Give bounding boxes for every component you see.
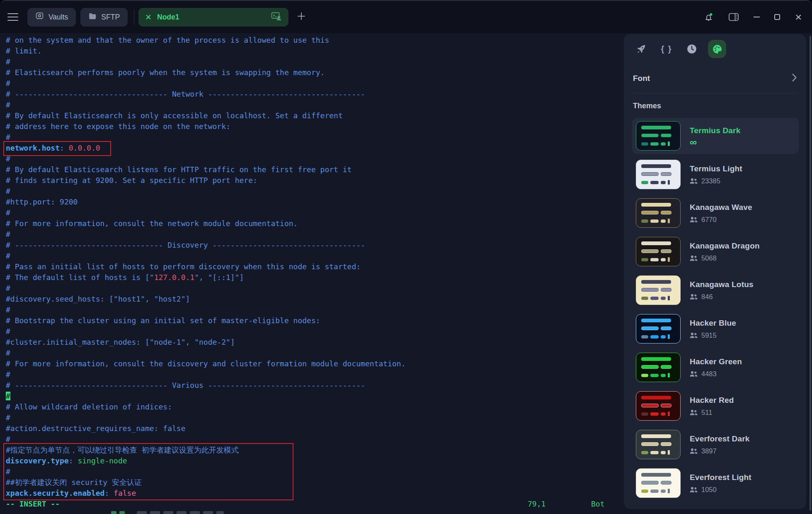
maximize-button[interactable] xyxy=(774,14,780,20)
window-controls: ✕ xyxy=(703,12,802,22)
theme-list-item[interactable]: Hacker Green 4483 xyxy=(632,349,799,385)
theme-name: Kanagawa Lotus xyxy=(690,280,754,289)
theme-thumbnail xyxy=(636,160,681,189)
sftp-label: SFTP xyxy=(101,13,120,22)
theme-users: 1050 xyxy=(690,486,751,494)
close-window-button[interactable]: ✕ xyxy=(795,13,802,22)
tab-node1[interactable]: ✕ Node1 xyxy=(138,8,288,27)
clipped-bottom-row xyxy=(0,510,812,514)
chevron-right-icon xyxy=(792,73,797,84)
theme-thumbnail xyxy=(636,314,681,343)
annotation-box-single-node xyxy=(3,443,293,500)
theme-name: Termius Dark xyxy=(690,126,740,135)
minimize-button[interactable] xyxy=(754,17,760,17)
snippets-rocket-icon[interactable] xyxy=(632,40,650,58)
theme-thumbnail xyxy=(636,353,681,382)
theme-name: Hacker Red xyxy=(690,396,734,405)
theme-users: 511 xyxy=(690,409,734,417)
theme-users: 846 xyxy=(690,293,754,301)
tab-label: Node1 xyxy=(157,13,266,22)
theme-list-item[interactable]: Kanagawa Dragon 5068 xyxy=(632,234,799,270)
new-tab-button[interactable] xyxy=(296,11,307,23)
history-clock-icon[interactable] xyxy=(683,40,701,58)
theme-users: 5915 xyxy=(690,331,736,339)
vault-icon xyxy=(35,12,44,22)
tab-separator xyxy=(134,9,134,25)
theme-name: Kanagawa Wave xyxy=(690,203,752,212)
vim-mode-indicator: -- INSERT -- xyxy=(6,499,60,509)
sftp-button[interactable]: SFTP xyxy=(80,8,128,27)
theme-name: Termius Light xyxy=(690,164,742,173)
themes-palette-icon[interactable] xyxy=(708,40,726,58)
infinity-icon: ∞ xyxy=(690,139,697,146)
theme-thumbnail xyxy=(636,468,681,498)
terminal-user-icon xyxy=(271,12,282,22)
annotation-box-network-host xyxy=(3,141,111,156)
vaults-button[interactable]: Vaults xyxy=(27,8,76,27)
divider xyxy=(632,93,799,93)
theme-list-item[interactable]: Hacker Red 511 xyxy=(632,388,799,424)
top-bar: Vaults SFTP ✕ Node1 xyxy=(0,1,812,33)
close-tab-icon[interactable]: ✕ xyxy=(145,13,152,21)
theme-list-item[interactable]: Termius Dark ∞ xyxy=(632,118,799,154)
theme-name: Everforest Light xyxy=(690,473,751,482)
theme-name: Kanagawa Dragon xyxy=(690,241,760,251)
toggle-sidepanel-icon[interactable] xyxy=(728,12,739,22)
theme-list-item[interactable]: Everforest Dark 3897 xyxy=(632,426,799,463)
panel-scrollbar[interactable] xyxy=(810,36,811,511)
settings-panel: { } Font Themes xyxy=(624,34,806,509)
app-window: Vaults SFTP ✕ Node1 xyxy=(0,0,812,514)
theme-users: 4483 xyxy=(690,370,742,378)
theme-thumbnail xyxy=(636,121,681,151)
theme-name: Hacker Blue xyxy=(690,319,736,328)
variables-braces-icon[interactable]: { } xyxy=(657,40,676,58)
theme-list: Termius Dark ∞ Termius Light xyxy=(632,118,799,501)
theme-thumbnail xyxy=(636,391,681,421)
theme-users: 3897 xyxy=(690,447,750,455)
folder-icon xyxy=(88,12,97,22)
theme-users: 23385 xyxy=(690,177,742,185)
font-setting-row[interactable]: Font xyxy=(632,73,799,84)
theme-thumbnail xyxy=(636,275,681,305)
theme-list-item[interactable]: Kanagawa Wave 6770 xyxy=(632,195,799,231)
vaults-label: Vaults xyxy=(48,13,68,22)
theme-list-item[interactable]: Everforest Light 1050 xyxy=(632,465,799,501)
theme-list-item[interactable]: Hacker Blue 5915 xyxy=(632,311,799,347)
themes-section-header: Themes xyxy=(633,102,799,110)
theme-users: ∞ xyxy=(690,139,740,146)
font-label: Font xyxy=(633,74,650,83)
theme-name: Everforest Dark xyxy=(690,434,750,443)
notifications-bell-icon[interactable] xyxy=(703,12,714,22)
theme-users: 6770 xyxy=(690,216,752,224)
theme-thumbnail xyxy=(636,198,681,228)
cursor-position: 79,1 xyxy=(528,499,545,509)
theme-list-item[interactable]: Termius Light 23385 xyxy=(632,156,799,192)
scroll-position: Bot xyxy=(591,499,605,509)
theme-thumbnail xyxy=(636,430,681,459)
theme-name: Hacker Green xyxy=(690,357,742,366)
terminal-cursor: # xyxy=(6,392,10,400)
theme-thumbnail xyxy=(636,237,681,266)
theme-users: 5068 xyxy=(690,254,760,262)
theme-list-item[interactable]: Kanagawa Lotus 846 xyxy=(632,272,799,308)
panel-tabs: { } xyxy=(632,40,799,58)
menu-icon[interactable] xyxy=(7,13,18,21)
